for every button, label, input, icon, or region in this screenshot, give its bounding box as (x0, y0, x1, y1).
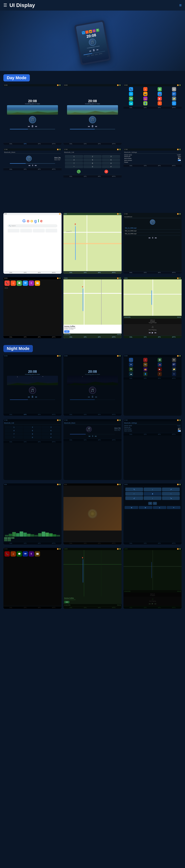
extra-btn-4[interactable]: ▼ (167, 506, 181, 509)
dial-8[interactable]: 8 (83, 162, 102, 165)
night-progress-1[interactable] (10, 400, 55, 400)
sc-next[interactable]: ⏭ (155, 237, 157, 239)
ntc2[interactable]: GPS (24, 441, 27, 442)
nta1[interactable]: DIAL (130, 378, 133, 379)
arrow-left[interactable]: ← (125, 492, 143, 496)
night-app-yt[interactable]: ▶ (158, 367, 162, 371)
night-dial-0[interactable]: 0 (23, 436, 42, 439)
nav-icon[interactable]: ≡ (179, 3, 182, 8)
call-btn[interactable]: 📞 (77, 170, 81, 174)
ncp1[interactable]: DIAL (9, 607, 12, 608)
nm2[interactable]: GPS (84, 272, 87, 273)
nta-2[interactable]: GPS (144, 542, 147, 544)
ntc3[interactable]: APN (38, 441, 41, 442)
nta-1[interactable]: DIAL (130, 542, 133, 544)
flower-arrow[interactable]: › (180, 161, 181, 163)
ntf3[interactable]: APN (98, 542, 101, 544)
extra-btn-3[interactable]: ▲ (153, 506, 166, 509)
arrow-down-right[interactable]: ↘ (162, 496, 180, 500)
progress-2[interactable] (70, 129, 115, 129)
nbt-prev[interactable]: ⏮ (88, 435, 90, 437)
n-next-2[interactable]: ⏭ (95, 396, 97, 398)
ns4[interactable]: APPS (172, 272, 176, 273)
ntn3[interactable]: APN (38, 414, 41, 415)
prev-btn[interactable]: ⏮ (89, 50, 91, 52)
night-app-maps[interactable]: 🗺 (129, 367, 133, 371)
night-app-telegram[interactable]: ✈ (129, 363, 133, 367)
n10[interactable]: GPS (144, 165, 147, 166)
cp-music[interactable]: ♫ (10, 281, 16, 286)
dial-2[interactable]: 2 (83, 155, 102, 158)
night-app-car[interactable]: 🚗 (158, 363, 162, 367)
nav-dial-1[interactable]: DIAL (9, 143, 12, 145)
night-cp-maps[interactable]: 🗺 (23, 551, 28, 557)
night-progress-2[interactable] (70, 400, 115, 400)
night-app-tw[interactable]: t (172, 372, 176, 376)
night-dial-9[interactable]: 9 (42, 433, 60, 435)
dial-6[interactable]: 6 (102, 158, 120, 161)
night-app-fb[interactable]: f (158, 372, 162, 376)
n3[interactable]: APN (38, 168, 41, 170)
ntn7[interactable]: APN (98, 414, 101, 415)
nav-dial-2[interactable]: DIAL (70, 143, 73, 145)
bt-prev[interactable]: ⏮ (28, 164, 30, 166)
app-fb[interactable]: f (158, 101, 162, 105)
ns2[interactable]: GPS (144, 272, 147, 273)
nnr2[interactable]: GPS (84, 607, 87, 608)
dial-4[interactable]: 4 (65, 158, 83, 161)
dial-5[interactable]: 5 (83, 158, 102, 161)
next-2[interactable]: ⏭ (95, 125, 97, 127)
nav-apps-1[interactable]: APPS (52, 143, 55, 145)
prev-2[interactable]: ⏮ (88, 125, 90, 127)
nta2[interactable]: GPS (144, 378, 147, 379)
ng4[interactable]: APPS (52, 272, 55, 273)
nav-apn[interactable]: APN (95, 54, 98, 55)
ntw3[interactable]: APN (38, 542, 41, 544)
ntm2[interactable]: GPS (84, 439, 87, 441)
ncp3[interactable]: APN (38, 607, 41, 608)
nc1[interactable]: DIAL (9, 336, 12, 338)
ntc4[interactable]: APPS (52, 441, 55, 442)
nta3[interactable]: APN (158, 378, 161, 379)
nav-dial[interactable]: DIAL (87, 55, 90, 57)
arrow-down-left[interactable]: ↙ (125, 496, 143, 500)
ntn6[interactable]: GPS (84, 414, 87, 415)
night-dial-8[interactable]: 8 (23, 433, 42, 435)
night-dial-3[interactable]: 3 (42, 426, 60, 429)
nav-gps-1[interactable]: GPS (24, 143, 27, 145)
nm4[interactable]: APPS (112, 272, 115, 273)
app-twitter[interactable]: t (172, 101, 176, 105)
nc4[interactable]: APPS (52, 336, 55, 338)
go-button[interactable]: GO (64, 330, 70, 333)
night-dial-7[interactable]: 7 (5, 433, 23, 435)
ntf4[interactable]: APPS (112, 542, 115, 544)
ncp4[interactable]: APPS (52, 607, 55, 608)
google-app-2[interactable] (20, 229, 32, 232)
ntw1[interactable]: DIAL (9, 542, 12, 544)
nm3[interactable]: APN (98, 272, 101, 273)
ntw4[interactable]: APPS (52, 542, 55, 544)
night-cp-messages[interactable]: 💬 (17, 551, 22, 557)
nnp-play[interactable]: ▶ (152, 602, 153, 605)
hangup-btn[interactable]: ✕ (104, 170, 108, 174)
next-btn[interactable]: ⏭ (96, 48, 99, 51)
auto-answer-toggle[interactable] (178, 158, 181, 159)
cp-news[interactable]: 📰 (35, 281, 40, 286)
play-1[interactable]: ⏸ (31, 125, 34, 128)
night-app-phone[interactable]: 📞 (129, 358, 133, 362)
night-app-music[interactable]: ♫ (143, 358, 148, 362)
play-btn[interactable]: ⏸ (92, 48, 96, 52)
nav-apn-2[interactable]: APN (98, 143, 101, 145)
nts2[interactable]: GPS (144, 434, 147, 435)
night-cp-music[interactable]: ♫ (10, 551, 16, 557)
extra-btn-1[interactable]: ◀ (125, 506, 138, 509)
nnp-1[interactable]: DIAL (130, 607, 133, 608)
night-answer-toggle[interactable] (178, 428, 181, 430)
ntn2[interactable]: GPS (24, 414, 27, 415)
google-app-3[interactable] (33, 229, 45, 232)
n-next-1[interactable]: ⏭ (35, 396, 37, 398)
nbt-next[interactable]: ⏭ (95, 435, 97, 437)
night-dial-5[interactable]: 5 (23, 429, 42, 432)
arrow-up-left[interactable]: ↖ (125, 488, 143, 491)
nta-3[interactable]: APN (158, 542, 161, 544)
